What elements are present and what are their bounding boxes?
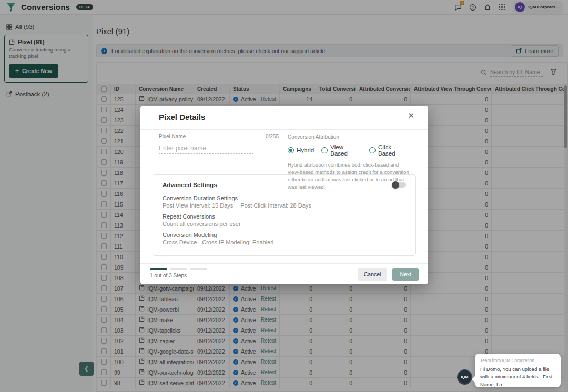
radio-unselected-icon bbox=[321, 147, 328, 153]
chat-bubble[interactable]: Team from IQM Corporation Hi Domo, You c… bbox=[475, 354, 561, 387]
radio-selected-icon bbox=[288, 147, 294, 153]
advanced-settings-title: Advanced Settings bbox=[163, 182, 217, 188]
pixel-name-label: Pixel Name bbox=[159, 133, 186, 139]
modal-title: Pixel Details bbox=[159, 112, 205, 121]
char-counter: 0/255 bbox=[266, 133, 279, 139]
repeat-conversions-label: Repeat Conversions bbox=[163, 213, 406, 220]
chat-avatar[interactable]: IQM bbox=[457, 369, 472, 385]
pixel-name-field: Pixel Name 0/255 bbox=[159, 133, 279, 154]
chat-message: Hi Domo, You can upload a file with a mi… bbox=[480, 366, 555, 388]
post-click-interval: Post Click Interval: 28 Days bbox=[240, 202, 311, 209]
advanced-settings-toggle[interactable] bbox=[392, 182, 406, 188]
modal-footer: 1 out of 3 Steps Cancel Next bbox=[140, 263, 428, 284]
pixel-name-input[interactable] bbox=[159, 143, 253, 154]
cancel-button[interactable]: Cancel bbox=[358, 268, 388, 281]
post-view-interval: Post View Interval: 15 Days bbox=[163, 202, 233, 209]
pixel-details-modal: Pixel Details ✕ Pixel Name 0/255 Convers… bbox=[140, 106, 428, 284]
chat-sender: Team from IQM Corporation bbox=[480, 358, 555, 363]
next-button[interactable]: Next bbox=[392, 268, 419, 281]
attribution-label: Conversion Attribution bbox=[288, 134, 410, 140]
step-progress-bars bbox=[150, 268, 207, 270]
steps-text: 1 out of 3 Steps bbox=[150, 273, 207, 278]
radio-unselected-icon bbox=[369, 147, 376, 153]
conversion-modeling-value: Cross Device - Cross IP Modeling: Enable… bbox=[163, 239, 406, 245]
repeat-conversions-value: Count all conversions per user bbox=[163, 221, 406, 227]
conversion-modeling-label: Conversion Modeling bbox=[163, 232, 406, 238]
duration-settings-section: Conversion Duration Settings Post View I… bbox=[163, 195, 406, 209]
app-canvas: C Conversions BETA 1 ? IQ IQM Corporat..… bbox=[0, 0, 568, 392]
conversion-modeling-section: Conversion Modeling Cross Device - Cross… bbox=[163, 232, 406, 245]
radio-click-based[interactable]: Click Based bbox=[369, 144, 410, 157]
radio-hybrid[interactable]: Hybrid bbox=[288, 147, 314, 153]
advanced-settings-box: Advanced Settings Conversion Duration Se… bbox=[153, 174, 416, 256]
duration-settings-label: Conversion Duration Settings bbox=[163, 195, 406, 201]
repeat-conversions-section: Repeat Conversions Count all conversions… bbox=[163, 213, 406, 227]
close-icon[interactable]: ✕ bbox=[408, 111, 414, 119]
modal-divider bbox=[140, 129, 428, 130]
radio-view-based[interactable]: View Based bbox=[321, 144, 362, 157]
